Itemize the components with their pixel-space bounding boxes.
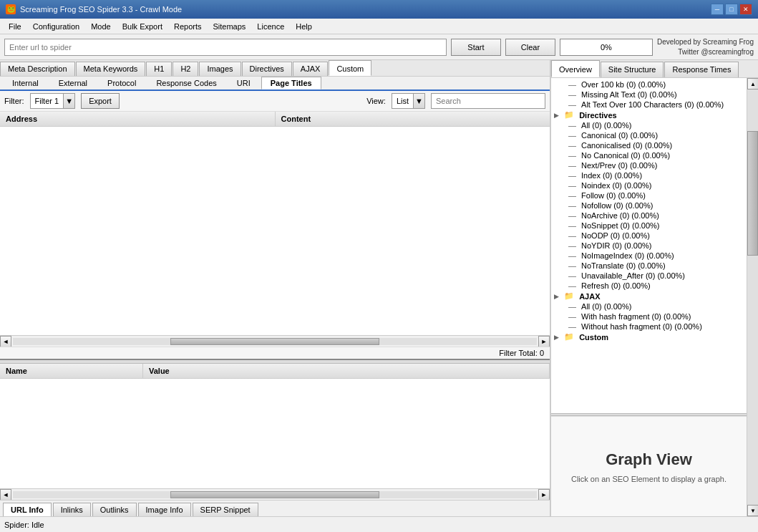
v-scroll-up[interactable]: ▲ <box>747 78 758 90</box>
url-input[interactable] <box>4 39 447 56</box>
tree-item[interactable]: — Over 100 kb (0) (0.00%) <box>551 79 747 90</box>
column-address[interactable]: Address <box>0 112 276 126</box>
bottom-tab-inlinks[interactable]: Inlinks <box>53 503 91 516</box>
bottom-panel: Name Value ◄ ► URL Info Inlinks Outlinks… <box>0 359 550 516</box>
v-scroll-thumb[interactable] <box>747 131 758 256</box>
tree-item[interactable]: — Next/Prev (0) (0.00%) <box>551 160 747 170</box>
menu-bulk-export[interactable]: Bulk Export <box>117 21 168 32</box>
main-tabs-row: Meta Description Meta Keywords H1 H2 Ima… <box>0 60 550 77</box>
menu-configuration[interactable]: Configuration <box>27 21 85 32</box>
v-scroll-track[interactable] <box>747 90 758 505</box>
subtab-internal[interactable]: Internal <box>3 77 48 90</box>
status-bar: Spider: Idle <box>0 516 758 532</box>
view-select[interactable]: List ▼ <box>392 93 425 109</box>
bottom-table-body <box>0 379 550 488</box>
tree-item[interactable]: — NoTranslate (0) (0.00%) <box>551 261 747 271</box>
bottom-column-name[interactable]: Name <box>0 364 143 378</box>
bottom-h-scroll-right[interactable]: ► <box>538 489 550 500</box>
right-tab-site-structure[interactable]: Site Structure <box>601 62 664 77</box>
menu-sitemaps[interactable]: Sitemaps <box>207 21 251 32</box>
export-button[interactable]: Export <box>81 93 120 109</box>
bottom-h-scroll-track[interactable] <box>13 491 537 498</box>
tab-directives[interactable]: Directives <box>242 62 292 76</box>
tree-item[interactable]: ▶ 📁 AJAX <box>551 291 747 301</box>
bottom-tab-url-info[interactable]: URL Info <box>3 503 52 516</box>
bottom-h-scrollbar[interactable]: ◄ ► <box>0 488 550 500</box>
v-scroll-down[interactable]: ▼ <box>747 505 758 516</box>
h-scroll-track[interactable] <box>13 338 537 345</box>
tab-meta-description[interactable]: Meta Description <box>0 62 75 76</box>
tab-h1[interactable]: H1 <box>146 62 172 76</box>
search-input[interactable] <box>431 93 545 109</box>
tree-item[interactable]: — All (0) (0.00%) <box>551 301 747 311</box>
column-content[interactable]: Content <box>276 112 550 126</box>
filter-row: Filter: Filter 1 ▼ Export View: List ▼ <box>0 91 550 112</box>
tab-ajax[interactable]: AJAX <box>293 62 329 76</box>
bottom-h-scroll-thumb[interactable] <box>170 491 380 498</box>
subtab-external[interactable]: External <box>49 77 97 90</box>
start-button[interactable]: Start <box>451 39 501 56</box>
h-scroll-thumb[interactable] <box>170 338 380 345</box>
title-bar-controls: ─ □ ✕ <box>711 4 752 15</box>
bottom-column-value[interactable]: Value <box>143 364 550 378</box>
tab-h2[interactable]: H2 <box>173 62 198 76</box>
tree-item[interactable]: — NoSnippet (0) (0.00%) <box>551 221 747 231</box>
menu-mode[interactable]: Mode <box>85 21 117 32</box>
title-bar-left: 🐸 Screaming Frog SEO Spider 3.3 - Crawl … <box>6 4 182 14</box>
clear-button[interactable]: Clear <box>505 39 555 56</box>
view-dropdown-arrow[interactable]: ▼ <box>413 94 424 108</box>
subtab-response-codes[interactable]: Response Codes <box>147 77 225 90</box>
h-scrollbar[interactable]: ◄ ► <box>0 335 550 347</box>
menu-help[interactable]: Help <box>290 21 318 32</box>
bottom-tab-image-info[interactable]: Image Info <box>138 503 191 516</box>
right-tree: — Over 100 kb (0) (0.00%)— Missing Alt T… <box>551 78 747 413</box>
right-tab-overview[interactable]: Overview <box>551 60 600 77</box>
tree-item[interactable]: — NoYDIR (0) (0.00%) <box>551 241 747 251</box>
tree-item[interactable]: ▶ 📁 Directives <box>551 110 747 120</box>
menu-file[interactable]: File <box>3 21 27 32</box>
right-tab-response-times[interactable]: Response Times <box>664 62 739 77</box>
tree-item[interactable]: — Noindex (0) (0.00%) <box>551 180 747 190</box>
subtab-uri[interactable]: URI <box>228 77 260 90</box>
title-bar: 🐸 Screaming Frog SEO Spider 3.3 - Crawl … <box>0 0 758 19</box>
minimize-button[interactable]: ─ <box>711 4 724 15</box>
tree-item[interactable]: — NoImageIndex (0) (0.00%) <box>551 251 747 261</box>
tree-item[interactable]: — NoODP (0) (0.00%) <box>551 231 747 241</box>
tree-item[interactable]: — Nofollow (0) (0.00%) <box>551 200 747 211</box>
app-icon: 🐸 <box>6 4 16 14</box>
right-panel-inner: — Over 100 kb (0) (0.00%)— Missing Alt T… <box>551 78 758 516</box>
h-scroll-left[interactable]: ◄ <box>0 336 11 347</box>
menu-reports[interactable]: Reports <box>168 21 208 32</box>
maximize-button[interactable]: □ <box>725 4 738 15</box>
tree-item[interactable]: — Alt Text Over 100 Characters (0) (0.00… <box>551 100 747 110</box>
filter-select[interactable]: Filter 1 ▼ <box>30 93 76 109</box>
subtab-protocol[interactable]: Protocol <box>98 77 145 90</box>
tree-item[interactable]: — Follow (0) (0.00%) <box>551 190 747 200</box>
tree-item[interactable]: — NoArchive (0) (0.00%) <box>551 211 747 221</box>
bottom-h-scroll-left[interactable]: ◄ <box>0 489 11 500</box>
bottom-tab-outlinks[interactable]: Outlinks <box>92 503 137 516</box>
tree-item[interactable]: — All (0) (0.00%) <box>551 120 747 130</box>
tree-item[interactable]: — Canonicalised (0) (0.00%) <box>551 140 747 150</box>
tree-item[interactable]: — Unavailable_After (0) (0.00%) <box>551 271 747 281</box>
subtab-page-titles[interactable]: Page Titles <box>261 77 321 90</box>
tree-item[interactable]: — Refresh (0) (0.00%) <box>551 281 747 291</box>
menu-licence[interactable]: Licence <box>251 21 290 32</box>
tree-item[interactable]: — With hash fragment (0) (0.00%) <box>551 311 747 321</box>
tab-meta-keywords[interactable]: Meta Keywords <box>76 62 146 76</box>
toolbar: Start Clear 0% Developed by Screaming Fr… <box>0 34 758 60</box>
tree-item[interactable]: — Without hash fragment (0) (0.00%) <box>551 321 747 332</box>
tree-item[interactable]: — No Canonical (0) (0.00%) <box>551 150 747 160</box>
h-scroll-right[interactable]: ► <box>538 336 550 347</box>
filter-dropdown-arrow[interactable]: ▼ <box>63 94 74 108</box>
tab-custom[interactable]: Custom <box>329 60 371 76</box>
tree-item[interactable]: — Missing Alt Text (0) (0.00%) <box>551 90 747 100</box>
right-v-scrollbar[interactable]: ▲ ▼ <box>747 78 758 516</box>
tree-item[interactable]: ▶ 📁 Custom <box>551 332 747 342</box>
tree-item[interactable]: — Index (0) (0.00%) <box>551 170 747 180</box>
filter-value: Filter 1 <box>31 97 64 105</box>
bottom-tab-serp-snippet[interactable]: SERP Snippet <box>193 503 258 516</box>
tree-item[interactable]: — Canonical (0) (0.00%) <box>551 130 747 140</box>
tab-images[interactable]: Images <box>199 62 240 76</box>
close-button[interactable]: ✕ <box>739 4 752 15</box>
